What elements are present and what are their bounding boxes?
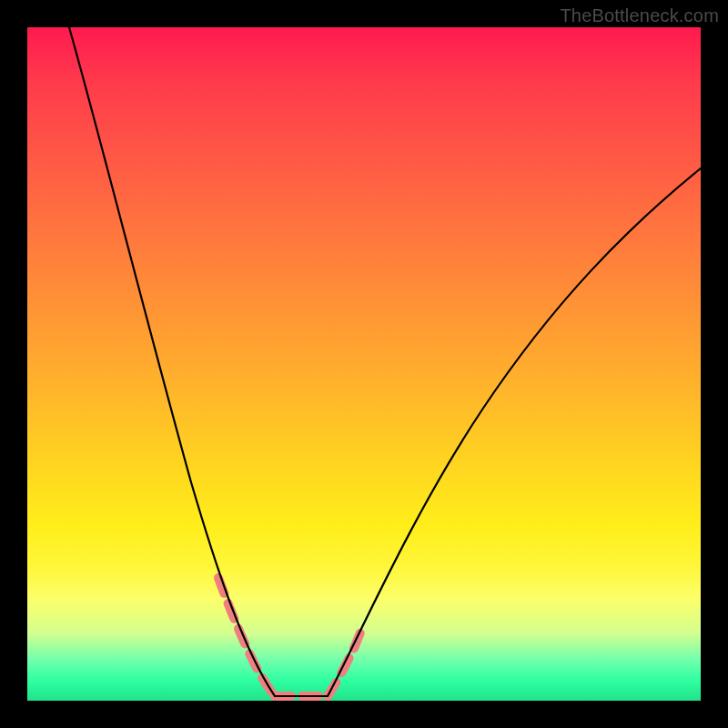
chart-stage: TheBottleneck.com (0, 0, 728, 728)
curve-left-arm (69, 27, 275, 696)
chart-overlay (27, 27, 701, 701)
curve-right-arm (328, 168, 701, 696)
watermark-text: TheBottleneck.com (560, 5, 719, 26)
